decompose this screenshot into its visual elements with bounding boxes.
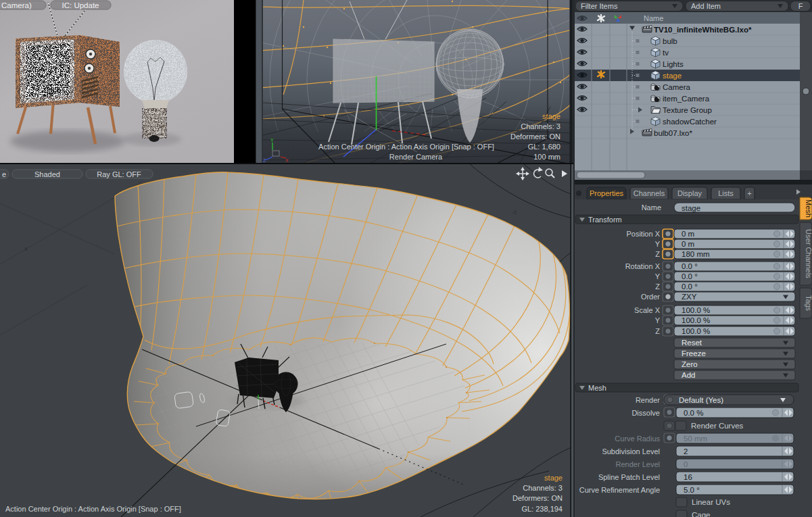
- svg-text:Render: Render: [636, 396, 660, 404]
- svg-text:Render Camera: Render Camera: [389, 153, 443, 161]
- svg-text:Lists: Lists: [718, 189, 734, 197]
- svg-text:item_Camera: item_Camera: [663, 95, 710, 103]
- svg-text:Action Center Origin : Action: Action Center Origin : Action Axis Origi…: [5, 505, 181, 513]
- svg-text:0.0 %: 0.0 %: [684, 409, 703, 417]
- svg-text:IC: Update: IC: Update: [62, 1, 99, 9]
- svg-text:Tags: Tags: [805, 295, 812, 312]
- svg-text:GL: 238,194: GL: 238,194: [521, 505, 563, 513]
- svg-text:Rotation X: Rotation X: [625, 262, 661, 270]
- svg-text:+: +: [747, 189, 751, 197]
- svg-text:Texture Group: Texture Group: [663, 106, 712, 114]
- svg-text:stage: stage: [682, 204, 700, 212]
- svg-text:-z: -z: [512, 209, 517, 216]
- svg-text:Render Curves: Render Curves: [691, 422, 744, 430]
- svg-text:Scale X: Scale X: [634, 306, 661, 314]
- svg-text:Camera: Camera: [663, 83, 691, 91]
- svg-text:0.0 °: 0.0 °: [682, 262, 698, 270]
- svg-text:Position X: Position X: [626, 230, 660, 238]
- svg-text:Freeze: Freeze: [682, 349, 706, 358]
- svg-text:Channels: 3: Channels: 3: [521, 122, 560, 130]
- svg-text:5.0 °: 5.0 °: [684, 486, 700, 494]
- svg-text:Curve Radius: Curve Radius: [615, 435, 660, 443]
- svg-text:Y: Y: [655, 240, 661, 248]
- svg-text:Add Item: Add Item: [691, 2, 721, 10]
- svg-text:Z: Z: [263, 158, 266, 163]
- svg-text:x: x: [24, 245, 28, 252]
- svg-text:User Channels: User Channels: [805, 229, 812, 278]
- svg-text:Y: Y: [655, 272, 661, 280]
- svg-text:e: e: [2, 170, 6, 178]
- svg-text:F: F: [798, 2, 803, 10]
- svg-text:Reset: Reset: [682, 339, 702, 347]
- svg-text:bulb: bulb: [663, 37, 677, 45]
- svg-text:2: 2: [684, 447, 688, 456]
- svg-text:180 mm: 180 mm: [682, 250, 710, 258]
- svg-text:Linear UVs: Linear UVs: [692, 498, 730, 506]
- svg-text:Name: Name: [642, 203, 661, 212]
- svg-text:shadowCatcher: shadowCatcher: [663, 118, 717, 126]
- svg-text:0: 0: [684, 460, 688, 468]
- svg-text:100.0 %: 100.0 %: [682, 306, 710, 314]
- svg-text:100 mm: 100 mm: [533, 153, 560, 161]
- svg-text:Add: Add: [682, 371, 695, 379]
- svg-text:Properties: Properties: [590, 189, 624, 197]
- svg-text:Spline Patch Level: Spline Patch Level: [598, 473, 660, 481]
- svg-text:Cage: Cage: [692, 511, 711, 517]
- svg-text:ZXY: ZXY: [682, 293, 697, 301]
- svg-text:Transform: Transform: [588, 216, 622, 224]
- svg-text:Filter Items: Filter Items: [581, 2, 618, 10]
- svg-text:tv: tv: [663, 49, 669, 57]
- svg-text:100.0 %: 100.0 %: [682, 316, 710, 324]
- svg-text:stage: stage: [663, 72, 682, 80]
- svg-text:Ray GL: OFF: Ray GL: OFF: [97, 170, 141, 178]
- svg-text:Channels: Channels: [634, 189, 665, 197]
- svg-text:Action Center Origin : Action: Action Center Origin : Action Axis Origi…: [318, 143, 494, 151]
- svg-text:GL: 1,680: GL: 1,680: [528, 143, 560, 151]
- svg-text:Y: Y: [655, 316, 661, 324]
- svg-text:TV10_infiniteWhiteBG.lxo*: TV10_infiniteWhiteBG.lxo*: [654, 26, 752, 34]
- svg-text:bulb07.lxo*: bulb07.lxo*: [654, 129, 692, 137]
- svg-text:Order: Order: [641, 293, 660, 301]
- svg-text:Curve Refinement Angle: Curve Refinement Angle: [579, 486, 660, 494]
- svg-text:Deformers: ON: Deformers: ON: [510, 132, 560, 141]
- svg-text:Subdivision Level: Subdivision Level: [602, 447, 660, 456]
- svg-text:0.0 °: 0.0 °: [682, 282, 698, 291]
- svg-text:100.0 %: 100.0 %: [682, 327, 710, 335]
- svg-text:Lights: Lights: [663, 60, 684, 68]
- svg-text:Z: Z: [655, 250, 660, 258]
- svg-text:Z: Z: [655, 282, 660, 291]
- svg-text:Render Level: Render Level: [616, 460, 660, 468]
- svg-text:50 mm: 50 mm: [684, 435, 707, 443]
- svg-text:Channels: 3: Channels: 3: [523, 484, 563, 492]
- svg-text:Name: Name: [644, 14, 663, 22]
- svg-text:0.0 °: 0.0 °: [682, 272, 698, 280]
- svg-text:Display: Display: [677, 189, 702, 197]
- svg-text:stage: stage: [544, 474, 563, 482]
- svg-text:X: X: [285, 158, 289, 163]
- svg-text:0 m: 0 m: [682, 240, 694, 248]
- svg-text:Default (Yes): Default (Yes): [679, 396, 723, 404]
- svg-text:Mesh: Mesh: [805, 199, 812, 218]
- svg-text:Y: Y: [270, 138, 274, 143]
- svg-text:Mesh: Mesh: [588, 384, 606, 392]
- svg-text:Z: Z: [655, 327, 660, 335]
- svg-text:Camera): Camera): [1, 1, 32, 9]
- svg-text:Dissolve: Dissolve: [631, 409, 660, 417]
- svg-text:Zero: Zero: [682, 360, 698, 368]
- svg-text:Deformers: ON: Deformers: ON: [512, 494, 563, 502]
- svg-text:16: 16: [684, 473, 692, 481]
- svg-text:Shaded: Shaded: [34, 170, 60, 178]
- svg-text:0 m: 0 m: [682, 230, 694, 238]
- svg-text:stage: stage: [542, 112, 560, 120]
